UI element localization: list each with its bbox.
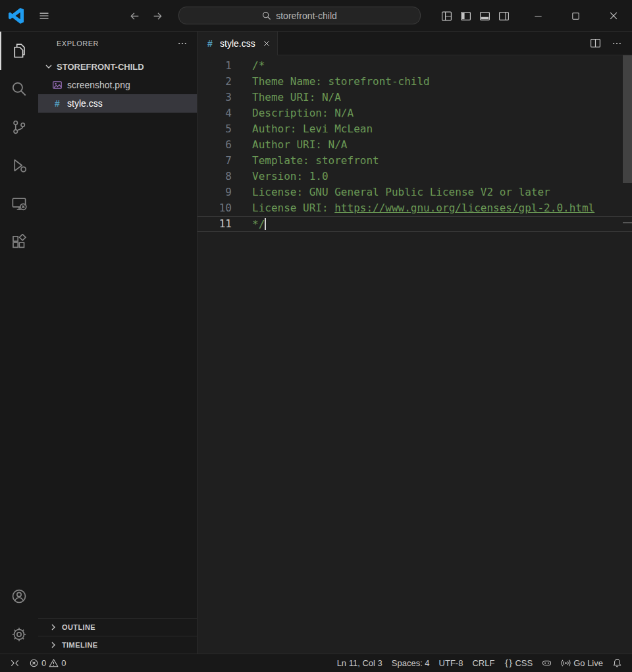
- status-encoding[interactable]: UTF-8: [434, 656, 468, 671]
- file-label: screenshot.png: [67, 80, 130, 90]
- comment-text: */: [252, 218, 265, 231]
- editor-scrollbar[interactable]: [623, 55, 632, 654]
- accounts-icon[interactable]: [0, 577, 38, 615]
- remote-explorer-icon[interactable]: [0, 184, 38, 223]
- workspace-folder-row[interactable]: STOREFRONT-CHILD: [38, 57, 197, 76]
- status-problems[interactable]: 00: [24, 656, 70, 671]
- code-line-6[interactable]: 6Author URI: N/A: [198, 137, 632, 153]
- explorer-more-actions-icon[interactable]: [177, 38, 188, 49]
- css-icon: #: [52, 98, 63, 109]
- forward-icon[interactable]: [152, 11, 163, 22]
- status-go-live[interactable]: Go Live: [556, 656, 608, 671]
- file-row-style.css[interactable]: #style.css: [38, 94, 197, 113]
- extensions-icon[interactable]: [0, 223, 38, 261]
- status-notifications[interactable]: [608, 656, 627, 671]
- editor-group: # style.css 1/*2Theme Name: storefro: [198, 32, 632, 654]
- explorer-icon[interactable]: [0, 32, 38, 70]
- line-text: Theme URI: N/A: [232, 90, 341, 105]
- status-label: CSS: [515, 658, 533, 668]
- comment-text: Theme Name: storefront-child: [252, 75, 430, 88]
- status-indentation[interactable]: Spaces: 4: [387, 656, 434, 671]
- close-button[interactable]: [594, 0, 632, 32]
- code-editor[interactable]: 1/*2Theme Name: storefront-child3Theme U…: [198, 55, 632, 654]
- tab-label: style.css: [220, 38, 255, 49]
- status-label: Go Live: [573, 658, 603, 668]
- search-icon[interactable]: [0, 70, 38, 108]
- back-icon[interactable]: [129, 11, 140, 22]
- line-text: License: GNU General Public License V2 o…: [232, 184, 550, 200]
- chevron-right-icon: [48, 640, 59, 650]
- maximize-button[interactable]: [557, 0, 594, 32]
- comment-text: Version: 1.0: [252, 170, 329, 182]
- status-language-mode[interactable]: {}CSS: [499, 656, 537, 671]
- line-number: 11: [198, 216, 232, 232]
- status-cursor-position[interactable]: Ln 11, Col 3: [332, 656, 387, 671]
- status-remote-window[interactable]: [5, 656, 24, 671]
- code-line-10[interactable]: 10License URI: https://www.gnu.org/licen…: [198, 200, 632, 216]
- search-icon: [262, 11, 271, 20]
- tab-bar: # style.css: [198, 32, 632, 55]
- line-number: 2: [198, 74, 232, 90]
- command-center[interactable]: storefront-child: [178, 7, 421, 24]
- code-line-4[interactable]: 4Description: N/A: [198, 105, 632, 121]
- comment-text: /*: [252, 59, 265, 72]
- code-line-8[interactable]: 8Version: 1.0: [198, 169, 632, 184]
- line-text: Author URI: N/A: [232, 137, 348, 153]
- file-tree: STOREFRONT-CHILD screenshot.png#style.cs…: [38, 55, 197, 618]
- comment-text: License: GNU General Public License V2 o…: [252, 186, 550, 198]
- image-icon: [52, 80, 63, 90]
- customize-layout-icon[interactable]: [441, 11, 452, 22]
- editor-more-actions-icon[interactable]: [612, 38, 622, 49]
- line-number: 8: [198, 169, 232, 184]
- line-text: Version: 1.0: [232, 169, 329, 184]
- broadcast-icon: [561, 658, 571, 668]
- line-number: 3: [198, 90, 232, 105]
- status-label: Spaces: 4: [392, 658, 430, 668]
- close-tab-icon[interactable]: [262, 39, 271, 48]
- remote-icon: [10, 658, 20, 668]
- chevron-right-icon: [48, 622, 59, 632]
- error-icon: [29, 658, 39, 668]
- file-label: style.css: [67, 98, 103, 109]
- status-eol[interactable]: CRLF: [467, 656, 499, 671]
- bell-icon: [612, 658, 622, 668]
- timeline-section[interactable]: TIMELINE: [38, 636, 197, 654]
- overview-ruler-cursor-marker: [623, 222, 632, 223]
- minimize-button[interactable]: [519, 0, 557, 32]
- code-line-5[interactable]: 5Author: Levi McLean: [198, 121, 632, 137]
- line-text: Description: N/A: [232, 105, 354, 121]
- vscode-window: storefront-child: [0, 0, 632, 672]
- command-center-text: storefront-child: [276, 11, 337, 21]
- menu-icon[interactable]: [39, 11, 49, 21]
- outline-label: OUTLINE: [62, 623, 95, 631]
- tab-style-css[interactable]: # style.css: [198, 32, 278, 55]
- split-editor-icon[interactable]: [590, 38, 601, 49]
- code-line-2[interactable]: 2Theme Name: storefront-child: [198, 74, 632, 90]
- workspace-folder-label: STOREFRONT-CHILD: [57, 62, 144, 72]
- code-line-11[interactable]: 11*/: [198, 216, 632, 232]
- toggle-secondary-sidebar-icon[interactable]: [498, 11, 510, 22]
- file-row-screenshot.png[interactable]: screenshot.png: [38, 76, 197, 94]
- warning-icon: [49, 658, 59, 668]
- outline-section[interactable]: OUTLINE: [38, 618, 197, 636]
- comment-text: Theme URI: N/A: [252, 91, 341, 103]
- run-debug-icon[interactable]: [0, 146, 38, 184]
- comment-link[interactable]: https://www.gnu.org/licenses/gpl-2.0.htm…: [334, 202, 594, 214]
- line-number: 7: [198, 153, 232, 169]
- source-control-icon[interactable]: [0, 108, 38, 146]
- comment-text: Author: Levi McLean: [252, 123, 373, 135]
- code-line-7[interactable]: 7Template: storefront: [198, 153, 632, 169]
- toggle-primary-sidebar-icon[interactable]: [460, 11, 471, 22]
- explorer-title: EXPLORER: [57, 40, 177, 47]
- toggle-panel-icon[interactable]: [479, 11, 490, 22]
- status-bar: 00 Ln 11, Col 3Spaces: 4UTF-8CRLF{}CSSGo…: [0, 654, 632, 672]
- line-text: */: [232, 216, 266, 232]
- status-copilot[interactable]: [537, 656, 556, 671]
- code-line-1[interactable]: 1/*: [198, 58, 632, 74]
- code-line-3[interactable]: 3Theme URI: N/A: [198, 90, 632, 105]
- status-label: UTF-8: [439, 658, 463, 668]
- settings-icon[interactable]: [0, 615, 38, 654]
- scrollbar-thumb[interactable]: [623, 55, 632, 183]
- line-text: Template: storefront: [232, 153, 379, 169]
- code-line-9[interactable]: 9License: GNU General Public License V2 …: [198, 184, 632, 200]
